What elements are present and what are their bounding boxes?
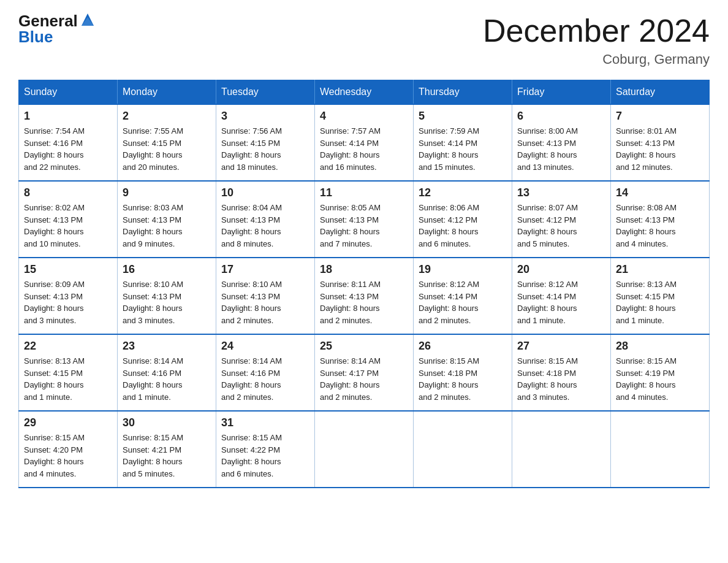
day-info: Sunrise: 8:08 AM Sunset: 4:13 PM Dayligh…	[616, 202, 704, 250]
calendar-cell: 31 Sunrise: 8:15 AM Sunset: 4:22 PM Dayl…	[216, 411, 315, 488]
day-info: Sunrise: 8:07 AM Sunset: 4:12 PM Dayligh…	[517, 202, 605, 250]
weekday-header-thursday: Thursday	[414, 80, 512, 105]
day-info: Sunrise: 8:10 AM Sunset: 4:13 PM Dayligh…	[221, 278, 309, 326]
day-info: Sunrise: 8:15 AM Sunset: 4:21 PM Dayligh…	[123, 432, 211, 480]
day-info: Sunrise: 8:12 AM Sunset: 4:14 PM Dayligh…	[419, 278, 507, 326]
day-info: Sunrise: 8:15 AM Sunset: 4:22 PM Dayligh…	[221, 432, 309, 480]
page-header: General Blue December 2024 Coburg, Germa…	[18, 12, 710, 67]
day-number: 10	[221, 186, 309, 199]
day-info: Sunrise: 8:13 AM Sunset: 4:15 PM Dayligh…	[24, 355, 112, 403]
calendar-cell: 8 Sunrise: 8:02 AM Sunset: 4:13 PM Dayli…	[19, 181, 118, 258]
calendar-cell: 14 Sunrise: 8:08 AM Sunset: 4:13 PM Dayl…	[611, 181, 710, 258]
day-number: 8	[24, 186, 112, 199]
day-number: 4	[320, 110, 408, 123]
day-number: 9	[123, 186, 211, 199]
day-number: 24	[221, 340, 309, 353]
day-number: 19	[419, 263, 507, 276]
day-number: 23	[123, 340, 211, 353]
calendar-cell: 30 Sunrise: 8:15 AM Sunset: 4:21 PM Dayl…	[118, 411, 216, 488]
day-number: 27	[517, 340, 605, 353]
weekday-header-saturday: Saturday	[611, 80, 710, 105]
day-info: Sunrise: 7:55 AM Sunset: 4:15 PM Dayligh…	[123, 125, 211, 173]
day-number: 31	[221, 416, 309, 429]
day-info: Sunrise: 8:15 AM Sunset: 4:20 PM Dayligh…	[24, 432, 112, 480]
calendar-cell	[512, 411, 611, 488]
calendar-cell: 21 Sunrise: 8:13 AM Sunset: 4:15 PM Dayl…	[611, 258, 710, 334]
calendar-cell: 17 Sunrise: 8:10 AM Sunset: 4:13 PM Dayl…	[216, 258, 315, 334]
day-info: Sunrise: 8:00 AM Sunset: 4:13 PM Dayligh…	[517, 125, 605, 173]
day-info: Sunrise: 7:59 AM Sunset: 4:14 PM Dayligh…	[419, 125, 507, 173]
day-number: 30	[123, 416, 211, 429]
logo-triangle-icon	[79, 11, 96, 28]
day-number: 3	[221, 110, 309, 123]
calendar-cell: 29 Sunrise: 8:15 AM Sunset: 4:20 PM Dayl…	[19, 411, 118, 488]
day-number: 16	[123, 263, 211, 276]
calendar-cell: 2 Sunrise: 7:55 AM Sunset: 4:15 PM Dayli…	[118, 104, 216, 181]
weekday-header-sunday: Sunday	[19, 80, 118, 105]
day-info: Sunrise: 7:57 AM Sunset: 4:14 PM Dayligh…	[320, 125, 408, 173]
day-info: Sunrise: 8:04 AM Sunset: 4:13 PM Dayligh…	[221, 202, 309, 250]
day-number: 22	[24, 340, 112, 353]
calendar-table: SundayMondayTuesdayWednesdayThursdayFrid…	[18, 80, 710, 488]
day-number: 25	[320, 340, 408, 353]
calendar-cell: 7 Sunrise: 8:01 AM Sunset: 4:13 PM Dayli…	[611, 104, 710, 181]
calendar-week-row: 15 Sunrise: 8:09 AM Sunset: 4:13 PM Dayl…	[19, 258, 710, 334]
calendar-cell: 24 Sunrise: 8:14 AM Sunset: 4:16 PM Dayl…	[216, 334, 315, 411]
calendar-cell: 6 Sunrise: 8:00 AM Sunset: 4:13 PM Dayli…	[512, 104, 611, 181]
day-number: 17	[221, 263, 309, 276]
day-number: 6	[517, 110, 605, 123]
logo-blue: Blue	[18, 28, 53, 47]
calendar-cell: 12 Sunrise: 8:06 AM Sunset: 4:12 PM Dayl…	[414, 181, 512, 258]
calendar-cell: 19 Sunrise: 8:12 AM Sunset: 4:14 PM Dayl…	[414, 258, 512, 334]
logo: General Blue	[18, 12, 96, 47]
day-info: Sunrise: 8:06 AM Sunset: 4:12 PM Dayligh…	[419, 202, 507, 250]
calendar-cell: 27 Sunrise: 8:15 AM Sunset: 4:18 PM Dayl…	[512, 334, 611, 411]
day-number: 11	[320, 186, 408, 199]
day-info: Sunrise: 8:14 AM Sunset: 4:17 PM Dayligh…	[320, 355, 408, 403]
day-info: Sunrise: 8:14 AM Sunset: 4:16 PM Dayligh…	[221, 355, 309, 403]
day-number: 14	[616, 186, 704, 199]
day-info: Sunrise: 8:05 AM Sunset: 4:13 PM Dayligh…	[320, 202, 408, 250]
day-info: Sunrise: 8:13 AM Sunset: 4:15 PM Dayligh…	[616, 278, 704, 326]
calendar-cell	[611, 411, 710, 488]
calendar-cell: 16 Sunrise: 8:10 AM Sunset: 4:13 PM Dayl…	[118, 258, 216, 334]
day-number: 29	[24, 416, 112, 429]
day-number: 12	[419, 186, 507, 199]
calendar-cell: 10 Sunrise: 8:04 AM Sunset: 4:13 PM Dayl…	[216, 181, 315, 258]
day-number: 21	[616, 263, 704, 276]
calendar-cell: 26 Sunrise: 8:15 AM Sunset: 4:18 PM Dayl…	[414, 334, 512, 411]
day-number: 20	[517, 263, 605, 276]
calendar-week-row: 29 Sunrise: 8:15 AM Sunset: 4:20 PM Dayl…	[19, 411, 710, 488]
calendar-cell: 28 Sunrise: 8:15 AM Sunset: 4:19 PM Dayl…	[611, 334, 710, 411]
calendar-week-row: 8 Sunrise: 8:02 AM Sunset: 4:13 PM Dayli…	[19, 181, 710, 258]
calendar-cell: 3 Sunrise: 7:56 AM Sunset: 4:15 PM Dayli…	[216, 104, 315, 181]
weekday-header-monday: Monday	[118, 80, 216, 105]
weekday-header-friday: Friday	[512, 80, 611, 105]
title-block: December 2024 Coburg, Germany	[483, 12, 710, 67]
day-number: 1	[24, 110, 112, 123]
day-info: Sunrise: 8:09 AM Sunset: 4:13 PM Dayligh…	[24, 278, 112, 326]
svg-marker-1	[82, 17, 94, 26]
day-number: 26	[419, 340, 507, 353]
day-info: Sunrise: 8:15 AM Sunset: 4:18 PM Dayligh…	[517, 355, 605, 403]
calendar-week-row: 1 Sunrise: 7:54 AM Sunset: 4:16 PM Dayli…	[19, 104, 710, 181]
day-info: Sunrise: 8:12 AM Sunset: 4:14 PM Dayligh…	[517, 278, 605, 326]
day-number: 7	[616, 110, 704, 123]
calendar-cell: 20 Sunrise: 8:12 AM Sunset: 4:14 PM Dayl…	[512, 258, 611, 334]
page-subtitle: Coburg, Germany	[483, 52, 710, 67]
calendar-cell: 4 Sunrise: 7:57 AM Sunset: 4:14 PM Dayli…	[315, 104, 414, 181]
day-info: Sunrise: 8:11 AM Sunset: 4:13 PM Dayligh…	[320, 278, 408, 326]
calendar-cell	[414, 411, 512, 488]
calendar-cell: 18 Sunrise: 8:11 AM Sunset: 4:13 PM Dayl…	[315, 258, 414, 334]
calendar-cell: 23 Sunrise: 8:14 AM Sunset: 4:16 PM Dayl…	[118, 334, 216, 411]
calendar-cell: 1 Sunrise: 7:54 AM Sunset: 4:16 PM Dayli…	[19, 104, 118, 181]
day-number: 28	[616, 340, 704, 353]
day-number: 2	[123, 110, 211, 123]
page-title: December 2024	[483, 12, 710, 49]
day-number: 13	[517, 186, 605, 199]
day-info: Sunrise: 8:14 AM Sunset: 4:16 PM Dayligh…	[123, 355, 211, 403]
calendar-cell: 15 Sunrise: 8:09 AM Sunset: 4:13 PM Dayl…	[19, 258, 118, 334]
calendar-cell: 22 Sunrise: 8:13 AM Sunset: 4:15 PM Dayl…	[19, 334, 118, 411]
calendar-cell: 11 Sunrise: 8:05 AM Sunset: 4:13 PM Dayl…	[315, 181, 414, 258]
day-info: Sunrise: 8:01 AM Sunset: 4:13 PM Dayligh…	[616, 125, 704, 173]
